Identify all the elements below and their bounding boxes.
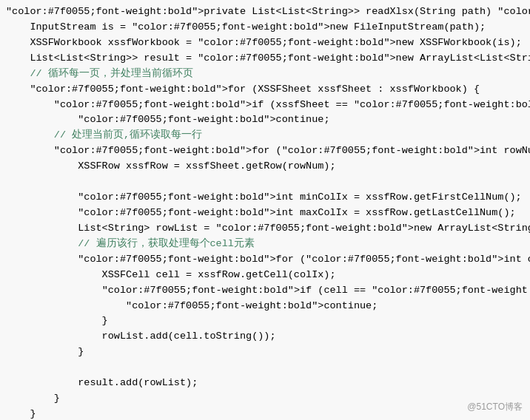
code-line: "color:#7f0055;font-weight:bold">for (XS… <box>6 82 524 98</box>
code-line: "color:#7f0055;font-weight:bold">if (cel… <box>6 283 524 299</box>
code-line: "color:#7f0055;font-weight:bold">int min… <box>6 190 524 206</box>
code-line: result.add(rowList); <box>6 376 524 391</box>
code-line: } <box>6 391 524 407</box>
code-line: List<String> rowList = "color:#7f0055;fo… <box>6 221 524 237</box>
code-line: "color:#7f0055;font-weight:bold">if (xss… <box>6 98 524 113</box>
code-line: "color:#7f0055;font-weight:bold">continu… <box>6 299 524 314</box>
code-line: List<List<String>> result = "color:#7f00… <box>6 51 524 67</box>
code-line: // 循环每一页，并处理当前循环页 <box>6 67 524 82</box>
code-line: } <box>6 407 524 420</box>
code-line: "color:#7f0055;font-weight:bold">int max… <box>6 206 524 221</box>
watermark: @51CTO博客 <box>467 400 523 414</box>
code-line: InputStream is = "color:#7f0055;font-wei… <box>6 20 524 35</box>
code-line: rowList.add(cell.toString()); <box>6 329 524 345</box>
code-line: "color:#7f0055;font-weight:bold">continu… <box>6 112 524 128</box>
code-line: XSSFCell cell = xssfRow.getCell(colIx); <box>6 268 524 283</box>
code-line: "color:#7f0055;font-weight:bold">for ("c… <box>6 252 524 268</box>
code-line: XSSFRow xssfRow = xssfSheet.getRow(rowNu… <box>6 159 524 175</box>
code-line: "color:#7f0055;font-weight:bold">private… <box>6 4 524 20</box>
code-line: } <box>6 345 524 360</box>
code-block: "color:#7f0055;font-weight:bold">private… <box>6 4 524 420</box>
code-line: XSSFWorkbook xssfWorkbook = "color:#7f00… <box>6 35 524 51</box>
code-line: "color:#7f0055;font-weight:bold">for ("c… <box>6 143 524 159</box>
code-line <box>6 360 524 376</box>
code-line: // 遍历该行，获取处理每个cell元素 <box>6 237 524 252</box>
code-line <box>6 175 524 190</box>
code-container: "color:#7f0055;font-weight:bold">private… <box>0 0 530 420</box>
code-line: } <box>6 314 524 329</box>
code-line: // 处理当前页,循环读取每一行 <box>6 128 524 143</box>
